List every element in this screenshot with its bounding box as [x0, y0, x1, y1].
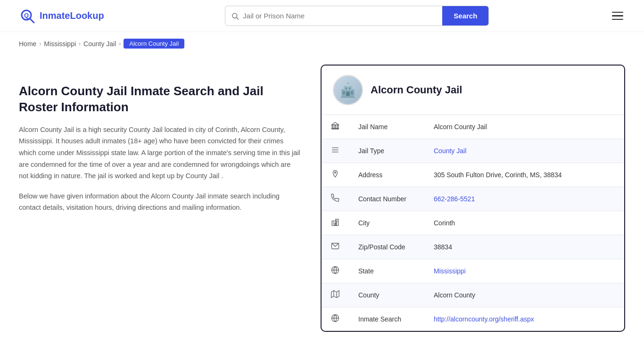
svg-rect-11: [346, 92, 349, 96]
table-row: Contact Number662-286-5521: [322, 187, 624, 211]
page-title: Alcorn County Jail Inmate Search and Jai…: [19, 83, 302, 115]
svg-rect-7: [347, 84, 349, 86]
row-value: Alcorn County Jail: [424, 115, 624, 139]
row-icon: [322, 163, 349, 187]
table-row: Zip/Postal Code38834: [322, 235, 624, 259]
jail-card: Alcorn County Jail Jail NameAlcorn Count…: [321, 65, 625, 332]
breadcrumb: Home › Mississippi › County Jail › Alcor…: [0, 32, 644, 55]
svg-line-4: [237, 17, 239, 19]
row-link[interactable]: 662-286-5521: [434, 195, 475, 203]
breadcrumb-home[interactable]: Home: [19, 40, 36, 48]
svg-rect-18: [335, 125, 336, 128]
row-label: Address: [349, 163, 424, 187]
left-column: Alcorn County Jail Inmate Search and Jai…: [19, 65, 321, 214]
jail-card-title: Alcorn County Jail: [371, 84, 462, 96]
svg-rect-19: [338, 125, 339, 128]
row-icon: [322, 187, 349, 211]
breadcrumb-active: Alcorn County Jail: [124, 39, 184, 49]
table-row: Jail TypeCounty Jail: [322, 139, 624, 163]
row-value[interactable]: 662-286-5521: [424, 187, 624, 211]
breadcrumb-sep-3: ›: [119, 41, 121, 47]
row-link[interactable]: County Jail: [434, 147, 466, 155]
row-value: 38834: [424, 235, 624, 259]
header: Q InmateLookup Search: [0, 0, 644, 32]
svg-rect-10: [351, 91, 353, 94]
logo-text: InmateLookup: [40, 10, 104, 21]
search-bar: Search: [225, 6, 489, 26]
row-value[interactable]: County Jail: [424, 139, 624, 163]
jail-avatar: [333, 75, 363, 105]
row-label: City: [349, 211, 424, 235]
row-icon: [322, 307, 349, 331]
table-row: Jail NameAlcorn County Jail: [322, 115, 624, 139]
row-value[interactable]: http://alcorncounty.org/sheriff.aspx: [424, 307, 624, 331]
row-icon: [322, 211, 349, 235]
row-label: Contact Number: [349, 187, 424, 211]
table-row: CountyAlcorn County: [322, 283, 624, 307]
breadcrumb-state[interactable]: Mississippi: [44, 40, 76, 48]
row-icon: [322, 115, 349, 139]
search-icon: [231, 12, 239, 20]
row-icon: [322, 259, 349, 283]
svg-rect-12: [346, 88, 347, 90]
page-description: Alcorn County Jail is a high security Co…: [19, 124, 302, 182]
page-sub-description: Below we have given information about th…: [19, 190, 302, 214]
row-label: Jail Name: [349, 115, 424, 139]
row-label: Inmate Search: [349, 307, 424, 331]
row-link[interactable]: Mississippi: [434, 267, 466, 275]
row-value[interactable]: Mississippi: [424, 259, 624, 283]
svg-marker-37: [331, 291, 339, 298]
right-column: Alcorn County Jail Jail NameAlcorn Count…: [321, 65, 625, 332]
breadcrumb-sep-1: ›: [39, 41, 41, 47]
svg-rect-33: [335, 223, 336, 225]
table-row: Inmate Searchhttp://alcorncounty.org/she…: [322, 307, 624, 331]
svg-rect-17: [332, 125, 333, 128]
jail-card-header: Alcorn County Jail: [322, 66, 624, 115]
table-row: Address305 South Fulton Drive, Corinth, …: [322, 163, 624, 187]
main-content: Alcorn County Jail Inmate Search and Jai…: [0, 55, 644, 351]
svg-rect-9: [343, 91, 345, 94]
row-value: Corinth: [424, 211, 624, 235]
jail-info-table: Jail NameAlcorn County JailJail TypeCoun…: [322, 115, 624, 331]
menu-button[interactable]: [610, 10, 625, 22]
svg-rect-13: [349, 88, 351, 90]
row-label: County: [349, 283, 424, 307]
row-value: 305 South Fulton Drive, Corinth, MS, 388…: [424, 163, 624, 187]
svg-line-1: [30, 18, 34, 23]
logo[interactable]: Q InmateLookup: [19, 8, 104, 25]
table-row: StateMississippi: [322, 259, 624, 283]
row-icon: [322, 235, 349, 259]
svg-marker-20: [332, 123, 339, 125]
row-label: Zip/Postal Code: [349, 235, 424, 259]
row-label: State: [349, 259, 424, 283]
search-button[interactable]: Search: [442, 6, 488, 25]
row-icon: [322, 283, 349, 307]
svg-text:Q: Q: [24, 12, 29, 19]
svg-point-24: [335, 172, 336, 173]
row-icon: [322, 139, 349, 163]
breadcrumb-sep-2: ›: [79, 41, 81, 47]
logo-icon: Q: [19, 8, 36, 25]
jail-building-icon: [339, 82, 356, 99]
breadcrumb-type[interactable]: County Jail: [83, 40, 116, 48]
search-input[interactable]: [243, 7, 437, 25]
svg-rect-8: [341, 97, 355, 98]
row-label: Jail Type: [349, 139, 424, 163]
row-link[interactable]: http://alcorncounty.org/sheriff.aspx: [434, 315, 534, 323]
row-value: Alcorn County: [424, 283, 624, 307]
table-row: CityCorinth: [322, 211, 624, 235]
